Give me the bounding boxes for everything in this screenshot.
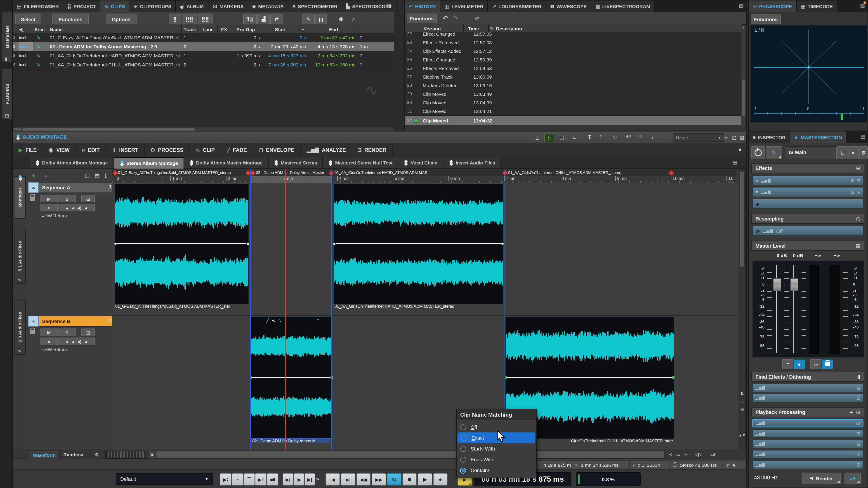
tab-rainbow[interactable]: Rainbow <box>60 450 87 459</box>
history-row[interactable]: 30Clip Moved13:04:09 <box>405 98 742 107</box>
forward-button[interactable]: ▶▶ <box>372 473 386 486</box>
filter-icon[interactable]: ≔ <box>721 133 730 141</box>
track2-lock-icon[interactable] <box>30 330 35 334</box>
doc-tabs-menu-icon[interactable]: ▤ <box>733 160 737 165</box>
rewind-button[interactable]: ◀◀ <box>356 473 371 486</box>
clip-row-4[interactable]: 4 ‖▶▶‖ ∿ 01_AA_GirlsOnTheInternet CHILL_… <box>13 60 394 70</box>
tab-livespectrogram[interactable]: ▨LIVESPECTROGRAM <box>591 0 655 12</box>
menu-envelope[interactable]: ⊓ENVELOPE <box>253 143 301 157</box>
envelope-node[interactable] <box>333 242 336 246</box>
transport-progress-display[interactable]: 0.8 % <box>576 472 641 486</box>
volume-envelope[interactable] <box>505 377 673 378</box>
pre-roll-button[interactable]: ◔ <box>231 473 243 486</box>
track2-lane[interactable]: ╱∿∿ + 02 - Demo ADM for Dolby Atmos M Gi… <box>112 316 737 450</box>
clip-fade-tools-icons[interactable]: ╱∿∿ <box>266 318 285 323</box>
track2-stereo-icon[interactable]: ∞ <box>28 316 39 327</box>
loop-button[interactable]: ↻ <box>387 473 401 486</box>
history-panel-menu-icon[interactable]: ▤ <box>739 3 744 9</box>
go-start-button[interactable]: |◀ <box>326 473 340 486</box>
doc-tab-dolby-atmos-master[interactable]: Dolby Atmos Master Montage <box>184 157 268 168</box>
menu-process[interactable]: ⚙PROCESS <box>145 143 190 157</box>
clip-play-buttons[interactable]: ‖▶▶‖ <box>19 51 33 60</box>
clips-hscrollbar[interactable] <box>13 127 394 131</box>
master-fader-left[interactable] <box>773 278 781 291</box>
tab-levelmeter[interactable]: ▥LEVELMETER <box>440 0 488 12</box>
clip-hard[interactable] <box>334 184 503 304</box>
track2-routing-button[interactable]: ⊟ <box>81 328 95 337</box>
history-row[interactable]: 24Clip Effects Added12:57:12 <box>405 46 742 56</box>
new-montage-icon[interactable]: ▢₊ <box>559 133 568 141</box>
tab-project[interactable]: ⣿PROJECT <box>63 0 100 12</box>
volume-envelope[interactable] <box>250 377 331 378</box>
zoom-factor[interactable]: ⌕x 1: 25314 <box>629 460 675 469</box>
doc-tab-insert-audio-files[interactable]: Insert Audio Files <box>443 157 501 168</box>
montage-hscrollbar[interactable] <box>156 451 664 459</box>
phase-functions-button[interactable]: Functions <box>751 14 781 24</box>
master-gear-button[interactable]: ⚙ <box>859 147 868 159</box>
audio-format[interactable]: ⓘStereo 48 000 Hz <box>669 460 727 469</box>
waveform-view-button[interactable]: ▟ <box>257 14 270 24</box>
channel-link-button[interactable]: ∞ <box>810 359 822 369</box>
doc-tabs-checkbox-icon[interactable]: ☐ <box>723 160 727 165</box>
tab-waveform[interactable]: Waveform <box>29 450 60 459</box>
track-search-icon[interactable]: ⌕ <box>42 172 50 179</box>
resampling-section-header[interactable]: Resampling◷ <box>751 214 864 224</box>
menu-clip[interactable]: ∿CLIP <box>190 143 221 157</box>
reorder-clips-button[interactable]: ⇅▥ <box>243 14 257 24</box>
go-end-button[interactable]: ▶| <box>341 473 355 486</box>
save-icon[interactable]: ↧ <box>585 133 594 141</box>
tab-clipgroups[interactable]: ⊞CLIPGROUPS <box>129 0 176 12</box>
final-effects-section-header[interactable]: Final Effects / Dithering⣿ <box>751 372 864 382</box>
history-row-selected[interactable]: 32Clip Moved13:04:32 <box>405 116 742 125</box>
playback-slot-3[interactable]: ▂▅▇⊡ <box>752 440 864 448</box>
clip-play-buttons[interactable]: ‖▶▶‖ <box>19 60 33 69</box>
track2-solo-button[interactable]: S <box>58 328 76 337</box>
menu-fade[interactable]: ╱FADE <box>221 143 253 157</box>
effect-slot-1[interactable]: ≡▂▅▇S⊡ <box>752 175 864 185</box>
envelope-node[interactable] <box>246 242 250 246</box>
split-tool-icon[interactable]: ⟂ <box>72 172 80 179</box>
tab-clips[interactable]: ∿CLIPS <box>100 0 129 12</box>
clip-plus-icon[interactable]: + <box>317 317 319 322</box>
zoom-wheel[interactable] <box>105 451 147 459</box>
col-end[interactable]: End <box>329 25 347 33</box>
selection-length[interactable]: ∿1 mn 34 s 286 ms <box>571 460 635 469</box>
clip-demo-adm-selected[interactable]: ╱∿∿ + <box>250 317 332 439</box>
clips-select-button[interactable]: Select <box>16 14 41 24</box>
fader1-value[interactable]: 0 dB <box>777 253 787 258</box>
track1-monitor-buttons[interactable]: ●◢◀)◢ <box>58 204 95 212</box>
resampling-slot[interactable]: ≫▂▅▇Off <box>752 226 864 236</box>
history-row[interactable]: 29Clip Moved13:03:49 <box>405 90 742 98</box>
playback-slot-1[interactable]: ▂▅▇⊡ <box>752 419 864 427</box>
track1-lane[interactable]: 01_G-Eazy_AllTheThingsYouSaid_ATMOS ADM … <box>112 183 737 316</box>
clip-geazy[interactable] <box>115 184 249 304</box>
zoom-in-icon[interactable]: ≻ <box>683 451 689 458</box>
history-row[interactable]: 22Effect Changed12:57:05 <box>405 32 742 38</box>
lock-button[interactable] <box>822 359 833 369</box>
open-icon[interactable]: ▱ <box>570 133 579 141</box>
track1-routing-button[interactable]: ⊟ <box>81 195 95 203</box>
envelope-node[interactable] <box>114 242 117 246</box>
edit-filter-button[interactable]: ✎ <box>302 14 315 24</box>
master-bus-field[interactable]: IS Main <box>785 147 841 158</box>
fader-unity-button[interactable]: ● <box>794 359 805 369</box>
track1-solo-button[interactable]: S <box>58 195 76 203</box>
col-description[interactable]: Description <box>496 24 537 32</box>
clips-panel-menu-icon[interactable]: ▤ <box>386 3 391 9</box>
search-icon[interactable]: ⌕ <box>349 15 358 23</box>
view-grid-large-button[interactable]: ⣿⣿ <box>197 14 213 24</box>
col-time[interactable]: Time <box>468 24 486 32</box>
doc-tab-dolby-atmos-album[interactable]: Dolby Atmos Album Montage <box>30 157 114 168</box>
master-power-button[interactable] <box>751 147 765 159</box>
clips-functions-button[interactable]: Functions <box>53 14 89 24</box>
tab-filebrowser[interactable]: ▤FILEBROWSER <box>13 0 63 12</box>
menu-item-starts-with[interactable]: Starts With <box>457 443 536 454</box>
playback-processing-section-header[interactable]: Playback Processing⇥⊡ <box>751 407 864 417</box>
playback-slot-2[interactable]: ▂▅▇⊡ <box>752 429 864 438</box>
col-lane[interactable]: Lane <box>203 25 217 33</box>
track2-monitor-buttons[interactable]: ●◢◀)◢ <box>58 337 95 346</box>
play-region-button[interactable]: ▶| <box>304 473 315 486</box>
volume-envelope[interactable] <box>115 243 248 244</box>
undo-icon[interactable]: ↶ <box>624 133 633 141</box>
menu-file[interactable]: ▶FILE <box>13 143 43 157</box>
